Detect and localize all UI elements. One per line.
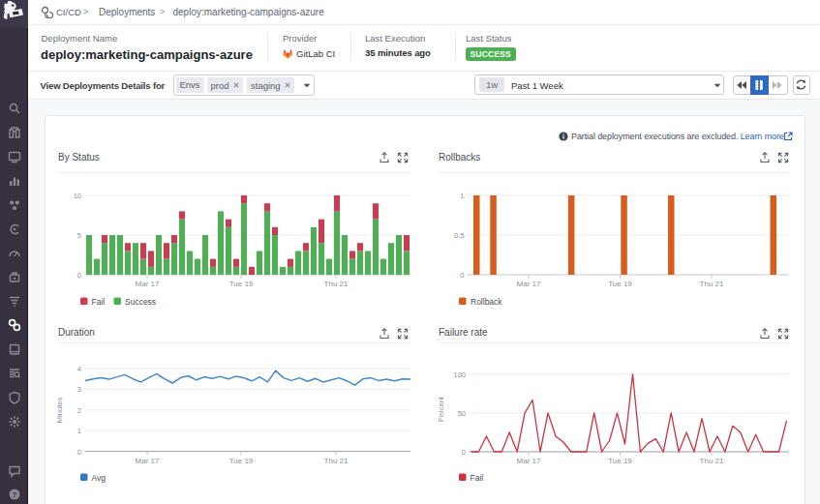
svg-text:10: 10 (74, 192, 81, 200)
svg-text:100: 100 (453, 371, 466, 379)
svg-text:Mar 17: Mar 17 (136, 280, 160, 288)
svg-text:Rollback: Rollback (471, 297, 502, 307)
svg-text:0: 0 (77, 448, 81, 457)
svg-text:Tue 19: Tue 19 (608, 457, 632, 465)
svg-text:Thu 21: Thu 21 (324, 457, 349, 465)
svg-text:4: 4 (77, 365, 81, 373)
svg-text:5: 5 (77, 231, 81, 240)
svg-text:Percent: Percent (437, 396, 445, 422)
svg-text:0: 0 (77, 271, 81, 280)
svg-text:0: 0 (460, 271, 464, 280)
svg-text:Thu 21: Thu 21 (700, 457, 724, 465)
svg-text:Tue 19: Tue 19 (229, 280, 254, 288)
svg-text:Mar 17: Mar 17 (517, 280, 541, 288)
svg-text:Thu 21: Thu 21 (700, 280, 724, 288)
svg-text:3: 3 (77, 385, 81, 394)
svg-text:2: 2 (77, 406, 81, 415)
svg-text:Minutes: Minutes (55, 398, 64, 424)
svg-text:50: 50 (458, 409, 466, 418)
svg-text:Mar 17: Mar 17 (136, 457, 160, 465)
svg-text:Success: Success (125, 297, 156, 307)
svg-text:0.5: 0.5 (454, 231, 464, 240)
svg-text:Fail: Fail (92, 297, 106, 307)
svg-text:Fail: Fail (471, 473, 484, 483)
svg-text:1: 1 (77, 427, 81, 435)
svg-text:Thu 21: Thu 21 (324, 280, 349, 288)
svg-text:Mar 17: Mar 17 (517, 457, 541, 465)
svg-text:?: ? (13, 490, 17, 499)
svg-text:1: 1 (460, 192, 464, 200)
svg-text:Tue 19: Tue 19 (608, 280, 632, 288)
svg-text:0: 0 (462, 448, 466, 457)
svg-text:Avg: Avg (92, 473, 106, 483)
svg-text:Tue 19: Tue 19 (229, 457, 254, 465)
